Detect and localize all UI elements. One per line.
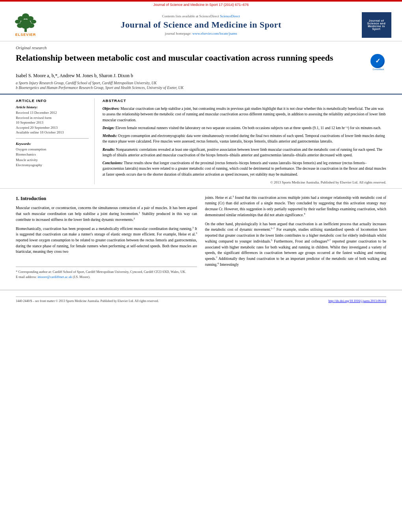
article-title-row: Relationship between metabolic cost and …: [16, 52, 386, 70]
crossmark-icon: ✓: [370, 54, 385, 68]
keyword-4: Electromyography: [16, 163, 89, 168]
journal-logo-box: Journal ofScience andMedicine inSport: [362, 12, 391, 38]
homepage-line: journal homepage: www.elsevier.com/locat…: [43, 32, 359, 35]
intro-paragraph-3: joints. Heise et al.3 found that this co…: [205, 195, 386, 218]
sciencedirect-text: Contents lists available at ScienceDirec…: [162, 14, 219, 18]
journal-center: Contents lists available at ScienceDirec…: [43, 14, 359, 35]
keywords-list: Oxygen consumption Biomechanics Muscle a…: [16, 147, 89, 168]
methods-label: Methods:: [102, 134, 117, 138]
affiliation-b: b Bioenergetics and Human Performance Re…: [16, 86, 386, 90]
elsevier-label: ELSEVIER: [15, 33, 36, 37]
conclusions-label: Conclusions:: [102, 161, 123, 165]
introduction-heading: 1. Introduction: [16, 195, 197, 202]
intro-paragraph-1: Muscular coactivation, or cocontraction,…: [16, 205, 197, 222]
ref-6c: 6: [218, 262, 219, 265]
abstract-heading: ABSTRACT: [102, 98, 386, 103]
keyword-2: Biomechanics: [16, 152, 89, 158]
homepage-url[interactable]: www.elsevier.com/locate/jsams: [192, 32, 237, 35]
body-right-column: joints. Heise et al.3 found that this co…: [205, 195, 386, 280]
svg-point-3: [28, 23, 34, 28]
design-text: Eleven female recreational runners visit…: [115, 126, 381, 130]
article-category: Original research: [16, 45, 386, 50]
keyword-3: Muscle activity: [16, 158, 89, 163]
email-note-text: (I.S. Moore).: [73, 275, 90, 279]
doi-link[interactable]: http://dx.doi.org/10.1016/j.jsams.2013.0…: [328, 299, 386, 303]
revised-date: 10 September 2013: [16, 120, 89, 125]
email-text: imoore@cardiffmet.ac.uk: [37, 275, 72, 279]
objectives-text: Muscular coactivation can help stabilise…: [102, 107, 385, 122]
elsevier-logo: ELSEVIER: [8, 11, 43, 39]
affiliations: a Sports Injury Research Group, Cardiff …: [16, 81, 386, 90]
sciencedirect-line: Contents lists available at ScienceDirec…: [43, 14, 359, 18]
design-label: Design:: [102, 126, 115, 130]
ref-5b: 5: [271, 239, 272, 242]
divider: [16, 138, 89, 139]
issn-text: 1440-2440/$ – see front matter © 2013 Sp…: [16, 299, 159, 303]
ref-1: 1: [139, 211, 140, 214]
conclusions-text: These results show that longer coactivat…: [102, 161, 386, 176]
article-top: Original research Relationship between m…: [0, 41, 402, 95]
crossmark-badge: ✓ CrossMark: [370, 54, 386, 70]
homepage-url-text: www.elsevier.com/locate/jsams: [192, 32, 237, 35]
corresponding-author-note: * Corresponding author at: Cardiff Schoo…: [16, 269, 197, 274]
article-title: Relationship between metabolic cost and …: [16, 52, 363, 64]
homepage-label: journal homepage:: [165, 32, 192, 35]
elsevier-tree-icon: [14, 13, 37, 32]
objectives-label: Objectives:: [102, 107, 119, 111]
journal-title: Journal of Science and Medicine in Sport: [43, 20, 359, 30]
right-logo: Journal ofScience andMedicine inSport: [359, 11, 394, 39]
footer-bottom: 1440-2440/$ – see front matter © 2013 Sp…: [16, 297, 386, 303]
intro-paragraph-4: On the other hand, physiologically it ha…: [205, 221, 386, 268]
email-note: E-mail address: imoore@cardiffmet.ac.uk …: [16, 274, 197, 280]
body-left-column: 1. Introduction Muscular coactivation, o…: [16, 195, 197, 280]
svg-point-8: [22, 13, 29, 19]
received-text: Received 13 December 2012: [16, 110, 89, 115]
page: Journal of Science and Medicine in Sport…: [0, 0, 402, 532]
revised-label: Received in revised form: [16, 115, 89, 120]
methods-text: Oxygen consumption and electromyographic…: [102, 134, 385, 143]
footer-area: 1440-2440/$ – see front matter © 2013 Sp…: [0, 290, 402, 306]
investigated-text: investigated: [349, 245, 367, 249]
sciencedirect-link[interactable]: ScienceDirect: [220, 14, 240, 18]
keywords-heading: Keywords:: [16, 142, 89, 146]
ref-5-7a: 5–7: [271, 227, 275, 230]
content-area: ARTICLE INFO Article history: Received 1…: [0, 95, 402, 189]
ref-2: 2: [134, 217, 135, 220]
logo-box-text: Journal ofScience andMedicine inSport: [367, 19, 385, 30]
intro-paragraph-2: Biomechanically, coactivation has been p…: [16, 226, 197, 255]
footnote-area: * Corresponding author at: Cardiff Schoo…: [16, 267, 197, 280]
abstract-design: Design: Eleven female recreational runne…: [102, 125, 386, 131]
abstract-methods: Methods: Oxygen consumption and electrom…: [102, 133, 386, 145]
email-label: E-mail address:: [16, 275, 37, 279]
copyright-line: © 2013 Sports Medicine Australia. Publis…: [102, 180, 386, 184]
crossmark-label: CrossMark: [370, 68, 386, 70]
article-info-heading: ARTICLE INFO: [16, 98, 89, 103]
email-link[interactable]: imoore@cardiffmet.ac.uk: [37, 275, 72, 279]
history-label: Article history:: [16, 105, 89, 109]
ref-3c: 3: [233, 195, 234, 198]
results-text: Nonparametric correlations revealed at l…: [102, 148, 382, 157]
ref-4: 4: [304, 212, 305, 215]
body-content: 1. Introduction Muscular coactivation, o…: [0, 189, 402, 286]
volume-text: Journal of Science and Medicine in Sport…: [153, 3, 249, 7]
abstract-objectives: Objectives: Muscular coactivation can he…: [102, 106, 386, 123]
ref-7c: 7: [216, 256, 218, 259]
corresponding-author-text: * Corresponding author at: Cardiff Schoo…: [16, 270, 186, 274]
abstract-results: Results: Nonparametric correlations reve…: [102, 147, 386, 158]
authors: Isabel S. Moore a, b,*, Andrew M. Jones …: [16, 73, 386, 79]
journal-header: ELSEVIER Contents lists available at Sci…: [0, 8, 402, 41]
ref-3b: 3: [196, 232, 197, 235]
ref-6-7b: 6,7: [327, 239, 331, 242]
available-text: Available online 18 October 2013: [16, 130, 89, 135]
abstract-area: ABSTRACT Objectives: Muscular coactivati…: [102, 98, 386, 184]
accepted-text: Accepted 20 September 2013: [16, 125, 89, 130]
svg-text:✓: ✓: [375, 57, 380, 64]
results-label: Results:: [102, 148, 115, 152]
sciencedirect-link-text: ScienceDirect: [220, 14, 240, 18]
doi-anchor[interactable]: http://dx.doi.org/10.1016/j.jsams.2013.0…: [328, 299, 386, 303]
svg-point-2: [17, 23, 23, 28]
affiliation-a: a Sports Injury Research Group, Cardiff …: [16, 81, 386, 85]
ref-3a: 3: [192, 226, 194, 229]
article-info-panel: ARTICLE INFO Article history: Received 1…: [16, 98, 95, 184]
volume-line: Journal of Science and Medicine in Sport…: [0, 2, 402, 8]
